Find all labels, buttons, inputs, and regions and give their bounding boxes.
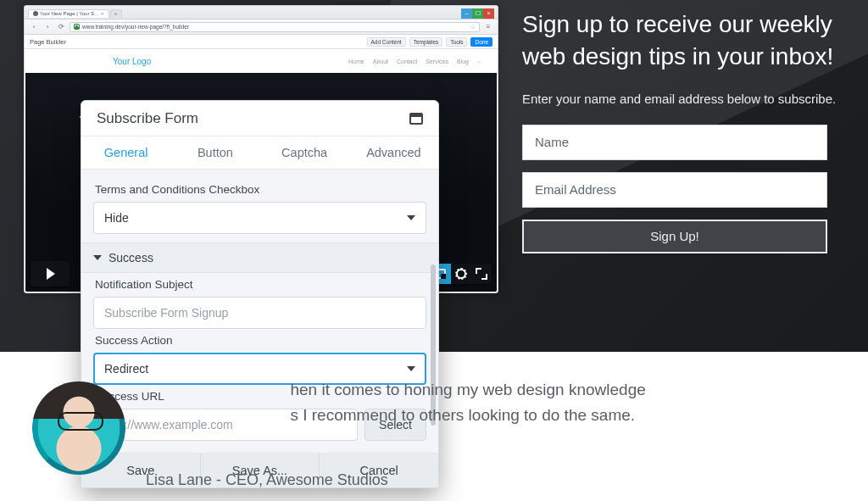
signup-subheading: Enter your name and email address below … <box>522 92 844 106</box>
reload-icon[interactable]: ⟳ <box>56 22 66 32</box>
signup-heading: Sign up to receive our weekly web design… <box>522 8 844 73</box>
success-action-value: Redirect <box>104 362 148 376</box>
play-button[interactable] <box>31 261 70 287</box>
minimize-button[interactable]: – <box>461 8 472 19</box>
signup-block: Sign up to receive our weekly web design… <box>522 0 844 253</box>
window-tabs: Your New Page | Your S… × + <box>28 9 122 18</box>
tab-captcha[interactable]: Captcha <box>260 136 349 169</box>
url-text: www.training.dev/your-new-page/?fl_build… <box>82 24 189 30</box>
chevron-down-icon <box>407 366 415 371</box>
name-placeholder: Name <box>535 135 569 149</box>
maximize-button[interactable]: ☐ <box>472 8 483 19</box>
browser-menu-icon[interactable]: ≡ <box>483 22 493 32</box>
tools-button[interactable]: Tools <box>446 37 467 47</box>
notification-subject-input[interactable]: Subscribe Form Signup <box>93 297 426 329</box>
panel-header: Subscribe Form <box>81 101 438 136</box>
success-section-label: Success <box>108 251 153 264</box>
add-content-button[interactable]: Add Content <box>367 37 406 47</box>
panel-title: Subscribe Form <box>97 110 198 127</box>
page-builder-label: Page Builder <box>30 38 66 46</box>
window-tab-active[interactable]: Your New Page | Your S… × <box>28 9 109 18</box>
tac-label: Terms and Conditions Checkbox <box>95 183 425 196</box>
nav-contact[interactable]: Contact <box>397 58 417 64</box>
window-buttons: – ☐ × <box>461 8 494 19</box>
done-button[interactable]: Done <box>470 37 492 47</box>
site-nav: Home About Contact Services Blog ⌕ <box>348 58 487 64</box>
name-input[interactable]: Name <box>522 125 827 160</box>
email-input[interactable]: Email Address <box>522 172 827 208</box>
search-icon[interactable]: ⌕ <box>477 58 481 64</box>
site-header: Your Logo Home About Contact Services Bl… <box>25 49 498 73</box>
email-placeholder: Email Address <box>535 182 616 197</box>
tac-value: Hide <box>104 211 129 225</box>
panel-tabs: General Button Captcha Advanced <box>81 136 438 170</box>
tab-button[interactable]: Button <box>170 136 259 169</box>
tac-select[interactable]: Hide <box>93 202 426 234</box>
templates-button[interactable]: Templates <box>409 37 443 47</box>
nav-services[interactable]: Services <box>426 58 448 64</box>
page-builder-bar: Page Builder Add Content Templates Tools… <box>25 35 498 49</box>
testimonial-quote: ---------------------------- hen it come… <box>136 377 831 429</box>
window-close-button[interactable]: × <box>483 8 494 19</box>
panel-body: Terms and Conditions Checkbox Hide Succe… <box>81 170 438 487</box>
tab-general[interactable]: General <box>81 136 170 169</box>
signup-button[interactable]: Sign Up! <box>522 220 827 253</box>
success-action-label: Success Action <box>95 334 425 347</box>
subscribe-form-panel: Subscribe Form General Button Captcha Ad… <box>81 100 439 488</box>
close-icon[interactable]: × <box>101 11 104 16</box>
video-controls <box>431 264 492 284</box>
nav-back-icon[interactable]: ‹ <box>29 22 39 32</box>
window-tab-new[interactable]: + <box>110 9 122 18</box>
bookmark-icon[interactable]: ☆ <box>470 24 476 31</box>
chevron-down-icon <box>407 215 415 220</box>
chevron-down-icon <box>93 255 102 260</box>
url-field[interactable]: www.training.dev/your-new-page/?fl_build… <box>70 22 480 32</box>
logo-text: Your Logo <box>113 57 151 66</box>
signup-button-label: Sign Up! <box>650 229 699 243</box>
tab-advanced[interactable]: Advanced <box>349 136 438 169</box>
gear-icon[interactable] <box>451 264 471 284</box>
address-bar: ‹ › ⟳ www.training.dev/your-new-page/?fl… <box>25 19 498 35</box>
avatar <box>32 381 125 475</box>
nav-about[interactable]: About <box>373 58 388 64</box>
lock-icon <box>74 24 80 30</box>
notification-subject-label: Notification Subject <box>95 278 425 291</box>
nav-home[interactable]: Home <box>348 58 364 64</box>
nav-fwd-icon[interactable]: › <box>42 22 53 32</box>
notification-subject-placeholder: Subscribe Form Signup <box>104 306 228 320</box>
nav-blog[interactable]: Blog <box>457 58 469 64</box>
fullscreen-icon[interactable] <box>471 264 492 284</box>
testimonial-attribution: Lisa Lane - CEO, Awesome Studios <box>146 471 388 489</box>
quote-line-2: s I recommend to others looking to do th… <box>290 406 635 424</box>
window-titlebar: Your New Page | Your S… × + – ☐ × <box>25 6 498 19</box>
quote-line-1: hen it comes to honing my web design kno… <box>290 381 645 398</box>
play-icon <box>47 268 55 280</box>
success-section-header[interactable]: Success <box>81 242 438 273</box>
panel-maximize-icon[interactable] <box>409 113 423 125</box>
tab-title: Your New Page | Your S… <box>40 11 99 16</box>
